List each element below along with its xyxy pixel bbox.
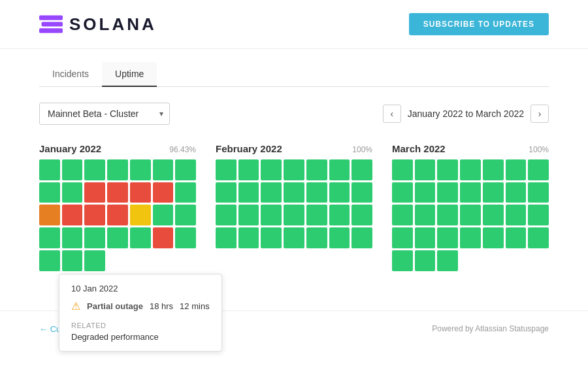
- tooltip-duration-hrs: 18 hrs: [150, 301, 173, 311]
- day-cell[interactable]: [392, 182, 413, 203]
- day-cell[interactable]: [216, 205, 237, 225]
- day-cell[interactable]: [392, 250, 413, 271]
- day-cell[interactable]: [351, 182, 372, 203]
- day-cell[interactable]: [39, 227, 60, 248]
- day-cell[interactable]: [483, 159, 504, 180]
- day-cell[interactable]: [506, 205, 527, 225]
- day-cell[interactable]: [437, 227, 458, 248]
- day-cell[interactable]: [62, 205, 83, 225]
- day-cell[interactable]: [107, 227, 128, 248]
- day-cell[interactable]: [130, 182, 151, 203]
- day-cell[interactable]: [238, 159, 259, 180]
- day-cell[interactable]: [284, 227, 304, 248]
- day-cell[interactable]: [175, 182, 196, 203]
- day-cell[interactable]: [62, 227, 83, 248]
- day-cell[interactable]: [528, 159, 549, 180]
- day-cell[interactable]: [107, 182, 128, 203]
- day-cell[interactable]: [528, 205, 549, 225]
- day-cell[interactable]: [261, 227, 282, 248]
- day-cell[interactable]: [39, 159, 60, 180]
- day-cell[interactable]: [392, 227, 413, 248]
- day-cell[interactable]: [528, 227, 549, 248]
- day-cell[interactable]: [84, 227, 105, 248]
- day-cell[interactable]: [153, 182, 174, 203]
- day-cell[interactable]: [284, 205, 304, 225]
- day-cell[interactable]: [62, 250, 83, 271]
- day-cell[interactable]: [216, 182, 237, 203]
- day-cell[interactable]: [39, 205, 60, 225]
- day-cell[interactable]: [415, 159, 436, 180]
- day-cell[interactable]: [351, 159, 372, 180]
- day-cell[interactable]: [460, 182, 481, 203]
- day-cell[interactable]: [460, 205, 481, 225]
- day-cell[interactable]: [216, 227, 237, 248]
- day-cell[interactable]: [306, 205, 327, 225]
- month-pct-0: 96.43%: [169, 145, 196, 154]
- day-cell[interactable]: [39, 182, 60, 203]
- day-cell[interactable]: [84, 159, 105, 180]
- day-cell[interactable]: [351, 205, 372, 225]
- day-cell[interactable]: [175, 227, 196, 248]
- day-cell[interactable]: [415, 250, 436, 271]
- day-cell[interactable]: [238, 182, 259, 203]
- day-cell[interactable]: [528, 182, 549, 203]
- day-cell[interactable]: [84, 205, 105, 225]
- day-cell[interactable]: [153, 227, 174, 248]
- day-cell[interactable]: [329, 227, 350, 248]
- day-cell[interactable]: [62, 159, 83, 180]
- day-cell[interactable]: [460, 159, 481, 180]
- day-cell[interactable]: [130, 159, 151, 180]
- day-cell[interactable]: [153, 205, 174, 225]
- day-cell[interactable]: [306, 159, 327, 180]
- day-cell[interactable]: [392, 205, 413, 225]
- tab-incidents[interactable]: Incidents: [39, 62, 102, 87]
- main-content: Incidents Uptime Mainnet Beta - Cluster …: [0, 49, 588, 284]
- day-cell[interactable]: [329, 159, 350, 180]
- day-cell[interactable]: [483, 182, 504, 203]
- day-cell[interactable]: [483, 227, 504, 248]
- day-cell[interactable]: [238, 205, 259, 225]
- day-cell[interactable]: [238, 227, 259, 248]
- day-cell[interactable]: [107, 205, 128, 225]
- day-cell[interactable]: [216, 159, 237, 180]
- day-cell[interactable]: [415, 227, 436, 248]
- day-cell[interactable]: [306, 227, 327, 248]
- day-cell[interactable]: [175, 205, 196, 225]
- day-cell[interactable]: [437, 182, 458, 203]
- day-cell[interactable]: [284, 159, 304, 180]
- day-cell[interactable]: [506, 159, 527, 180]
- day-cell[interactable]: [130, 227, 151, 248]
- day-cell[interactable]: [84, 250, 105, 271]
- day-cell[interactable]: [261, 159, 282, 180]
- day-cell[interactable]: [437, 205, 458, 225]
- day-cell[interactable]: [483, 205, 504, 225]
- day-cell[interactable]: [437, 159, 458, 180]
- day-cell[interactable]: [415, 182, 436, 203]
- day-cell[interactable]: [39, 250, 60, 271]
- prev-period-button[interactable]: ‹: [383, 105, 401, 123]
- day-cell[interactable]: [506, 227, 527, 248]
- day-cell[interactable]: [284, 182, 304, 203]
- subscribe-button[interactable]: SUBSCRIBE TO UPDATES: [409, 13, 549, 35]
- day-cell[interactable]: [130, 205, 151, 225]
- day-cell[interactable]: [351, 227, 372, 248]
- day-cell[interactable]: [306, 182, 327, 203]
- day-cell[interactable]: [392, 159, 413, 180]
- tooltip-status-label: Partial outage: [87, 301, 143, 311]
- day-cell[interactable]: [261, 182, 282, 203]
- cluster-dropdown[interactable]: Mainnet Beta - Cluster Testnet Devnet: [39, 103, 170, 125]
- day-cell[interactable]: [437, 250, 458, 271]
- day-cell[interactable]: [107, 159, 128, 180]
- day-cell[interactable]: [460, 227, 481, 248]
- day-cell[interactable]: [506, 182, 527, 203]
- day-cell[interactable]: [153, 159, 174, 180]
- day-cell[interactable]: [261, 205, 282, 225]
- day-cell[interactable]: [84, 182, 105, 203]
- tab-uptime[interactable]: Uptime: [102, 62, 157, 87]
- day-cell[interactable]: [62, 182, 83, 203]
- day-cell[interactable]: [329, 205, 350, 225]
- day-cell[interactable]: [415, 205, 436, 225]
- day-cell[interactable]: [329, 182, 350, 203]
- next-period-button[interactable]: ›: [531, 105, 549, 123]
- day-cell[interactable]: [175, 159, 196, 180]
